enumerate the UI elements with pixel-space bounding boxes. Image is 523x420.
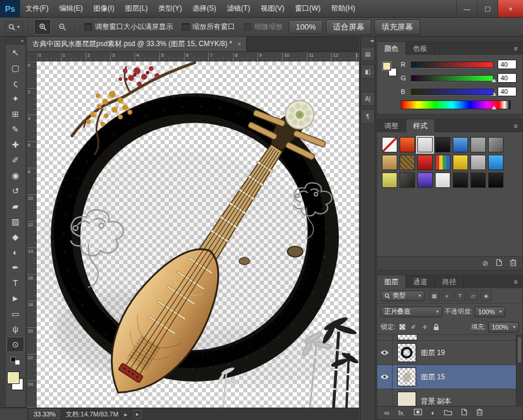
menu-type[interactable]: 类型(Y): [153, 0, 187, 17]
lock-image-pixels-icon[interactable]: ✐: [409, 323, 418, 331]
fill-dropdown[interactable]: 100% ▾: [488, 322, 519, 333]
add-layer-mask-icon[interactable]: [414, 409, 422, 417]
blur-tool[interactable]: ◆: [6, 229, 24, 245]
green-slider[interactable]: [411, 75, 493, 82]
tool-preset-dropdown[interactable]: ▾: [5, 21, 23, 33]
character-panel-icon[interactable]: A|: [361, 92, 375, 106]
dodge-tool[interactable]: ◐: [6, 245, 24, 260]
scrollbar-thumb[interactable]: [517, 336, 522, 363]
filter-shape-layers-icon[interactable]: ▱: [468, 290, 479, 301]
lock-all-icon[interactable]: [432, 323, 440, 331]
close-button[interactable]: ×: [498, 0, 523, 17]
style-swatch[interactable]: [470, 172, 486, 188]
red-slider[interactable]: [411, 61, 493, 68]
filter-pixel-layers-icon[interactable]: ▦: [429, 290, 440, 301]
tab-adjustments[interactable]: 调整: [377, 119, 406, 132]
actual-pixels-button[interactable]: 100%: [289, 20, 323, 34]
zoom-tool[interactable]: ⊙: [6, 337, 24, 352]
link-layers-icon[interactable]: ∞: [384, 409, 390, 417]
layer-name[interactable]: 图层 19: [421, 348, 445, 358]
properties-panel-icon[interactable]: ◧: [361, 64, 375, 79]
visibility-toggle[interactable]: [377, 341, 393, 364]
lock-position-icon[interactable]: ✛: [420, 323, 429, 331]
history-brush-tool[interactable]: ↺: [6, 183, 24, 198]
foreground-background-widget[interactable]: [383, 62, 397, 76]
brush-tool[interactable]: ✐: [6, 152, 24, 168]
delete-style-icon[interactable]: [510, 259, 517, 268]
visibility-toggle[interactable]: [377, 389, 393, 406]
close-tab-icon[interactable]: ×: [237, 41, 241, 47]
canvas[interactable]: [37, 61, 359, 408]
histogram-panel-icon[interactable]: ▤: [361, 47, 375, 61]
minimize-button[interactable]: —: [456, 0, 477, 17]
new-style-icon[interactable]: [496, 259, 502, 268]
new-adjustment-layer-icon[interactable]: ◐: [431, 409, 435, 417]
layer-row-19[interactable]: 图层 19: [377, 341, 522, 365]
crop-tool[interactable]: ⊞: [6, 106, 24, 122]
zoom-out-button[interactable]: [54, 19, 70, 35]
style-swatch[interactable]: [417, 155, 433, 170]
default-colors-button[interactable]: [11, 357, 20, 365]
clone-stamp-tool[interactable]: ◉: [6, 168, 24, 183]
style-swatch[interactable]: [435, 137, 450, 152]
zoom-level-field[interactable]: 33.33%: [30, 409, 60, 419]
tab-paths[interactable]: 路径: [435, 275, 464, 288]
menu-layer[interactable]: 图层(L): [120, 0, 153, 17]
style-swatch[interactable]: [400, 155, 415, 170]
style-swatch[interactable]: [488, 155, 504, 170]
type-tool[interactable]: T: [6, 275, 24, 291]
menu-window[interactable]: 窗口(W): [290, 0, 326, 17]
style-swatch[interactable]: [382, 172, 397, 188]
blend-mode-dropdown[interactable]: 正片叠底 ▾: [381, 307, 442, 317]
path-selection-tool[interactable]: ►: [6, 291, 24, 306]
layer-name[interactable]: 图层 15: [421, 372, 445, 382]
healing-brush-tool[interactable]: ✚: [6, 137, 24, 152]
eraser-tool[interactable]: ▰: [6, 198, 24, 214]
collapse-tools-button[interactable]: »: [5, 37, 25, 45]
layers-panel-menu-icon[interactable]: ≡: [509, 275, 522, 288]
resize-windows-checkbox[interactable]: [84, 23, 92, 31]
style-swatch[interactable]: [488, 137, 504, 152]
zoom-in-button[interactable]: [34, 19, 51, 35]
style-swatch[interactable]: [417, 172, 433, 188]
blue-slider[interactable]: [411, 89, 493, 95]
opacity-dropdown[interactable]: 100% ▾: [475, 307, 505, 317]
paragraph-panel-icon[interactable]: ¶: [361, 109, 375, 123]
clear-style-icon[interactable]: ⊘: [482, 259, 488, 268]
move-tool[interactable]: ↖: [6, 45, 24, 60]
green-value-field[interactable]: 40: [498, 73, 517, 83]
layer-thumbnail[interactable]: [397, 392, 416, 406]
menu-help[interactable]: 帮助(H): [326, 0, 361, 17]
shape-tool[interactable]: ▭: [6, 306, 24, 321]
style-swatch[interactable]: [470, 137, 486, 152]
layer-thumbnail[interactable]: [397, 343, 416, 362]
document-tab[interactable]: 古典中国风水墨琵琶psd素材.psd @ 33.3% (图层 15, CMYK/…: [27, 37, 247, 51]
style-swatch[interactable]: [435, 155, 450, 170]
layer-thumbnail[interactable]: [397, 367, 416, 386]
style-swatch[interactable]: [382, 155, 397, 170]
fit-screen-button[interactable]: 适合屏幕: [326, 19, 371, 35]
style-swatch[interactable]: [453, 155, 468, 170]
hand-tool[interactable]: ψ: [6, 321, 24, 337]
new-group-icon[interactable]: [444, 409, 452, 417]
style-swatch[interactable]: [453, 172, 468, 188]
style-swatch[interactable]: [400, 172, 415, 188]
filter-smart-objects-icon[interactable]: ◈: [480, 290, 492, 301]
menu-image[interactable]: 图像(I): [88, 0, 119, 17]
lasso-tool[interactable]: ς: [6, 76, 24, 91]
foreground-color-swatch[interactable]: [7, 372, 19, 384]
style-swatch[interactable]: [453, 137, 468, 152]
fill-screen-button[interactable]: 填充屏幕: [374, 19, 420, 35]
status-options-button[interactable]: ▸: [133, 410, 142, 419]
style-swatch[interactable]: [382, 137, 397, 152]
menu-file[interactable]: 文件(F): [20, 0, 54, 17]
filter-type-layers-icon[interactable]: T: [455, 290, 466, 301]
tab-layers[interactable]: 图层: [377, 275, 406, 288]
delete-layer-icon[interactable]: [476, 408, 483, 418]
new-layer-icon[interactable]: [461, 408, 468, 418]
quick-selection-tool[interactable]: ✦: [6, 91, 24, 106]
foreground-color-chip[interactable]: [383, 62, 391, 70]
layer-filter-kind-dropdown[interactable]: 类型 ▾: [381, 291, 424, 301]
color-panel-menu-icon[interactable]: ≡: [509, 42, 522, 55]
blue-value-field[interactable]: 40: [498, 87, 517, 96]
